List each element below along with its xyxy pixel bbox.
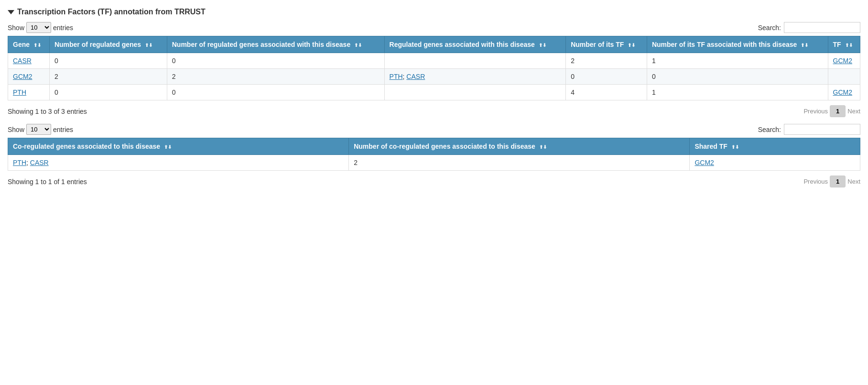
cell-gene-3: PTH: [8, 85, 50, 100]
cell-num-tf-disease-3: 1: [647, 85, 828, 100]
table2-next-label: Next: [847, 178, 860, 185]
coregulated-gene-link-pth[interactable]: PTH: [13, 159, 26, 166]
table1-next-label: Next: [847, 108, 860, 115]
regulated-gene-link-casr[interactable]: CASR: [406, 73, 425, 80]
cell-regulated-genes-disease-3: [384, 85, 566, 100]
entries-label-2: entries: [53, 126, 73, 133]
table2-search-input[interactable]: [784, 124, 860, 135]
gene-link-gcm2[interactable]: GCM2: [13, 73, 32, 80]
sort-icon-coregulated-genes[interactable]: ⬆⬇: [164, 144, 172, 150]
cell-num-tf-disease-2: 0: [647, 69, 828, 85]
cell-num-regulated-3: 0: [49, 85, 167, 100]
gene-link-pth[interactable]: PTH: [13, 88, 26, 96]
table2-page-1-btn[interactable]: 1: [830, 176, 846, 187]
table2-entries-select[interactable]: 10 25 50 100: [26, 124, 51, 135]
regulated-gene-link-pth[interactable]: PTH: [390, 73, 403, 80]
cell-shared-tf-1: GCM2: [690, 155, 860, 171]
col-tf[interactable]: TF ⬆⬇: [828, 36, 860, 53]
table1-page-1-btn[interactable]: 1: [830, 105, 846, 117]
col-num-tf[interactable]: Number of its TF ⬆⬇: [566, 36, 647, 53]
col-num-coregulated[interactable]: Number of co-regulated genes associated …: [349, 138, 690, 155]
table2-controls-top: Show 10 25 50 100 entries Search:: [8, 124, 860, 135]
table1-footer-text: Showing 1 to 3 of 3 entries: [8, 108, 87, 115]
sort-icon-num-tf-disease[interactable]: ⬆⬇: [801, 42, 808, 48]
table-row: GCM2 2 2 PTH; CASR 0 0: [8, 69, 860, 85]
section-title: Transcription Factors (TF) annotation fr…: [8, 8, 860, 16]
col-num-regulated-disease-label: Number of regulated genes associated wit…: [172, 41, 350, 48]
sort-icon-num-coregulated[interactable]: ⬆⬇: [539, 144, 547, 150]
cell-tf-3: GCM2: [828, 85, 860, 100]
col-num-tf-disease-label: Number of its TF associated with this di…: [652, 41, 797, 48]
table1-entries-select[interactable]: 10 25 50 100: [26, 22, 51, 33]
sort-icon-regulated-genes-disease[interactable]: ⬆⬇: [539, 42, 546, 48]
cell-num-regulated-disease-3: 0: [167, 85, 384, 100]
col-num-regulated[interactable]: Number of regulated genes ⬆⬇: [49, 36, 167, 53]
show-label-2: Show: [8, 126, 24, 133]
table2-footer-text: Showing 1 to 1 of 1 entries: [8, 178, 87, 186]
cell-regulated-genes-disease-2: PTH; CASR: [384, 69, 566, 85]
entries-label-1: entries: [53, 24, 73, 32]
col-num-coregulated-label: Number of co-regulated genes associated …: [354, 143, 535, 150]
coregulated-gene-link-casr[interactable]: CASR: [30, 159, 49, 166]
table2-footer: Showing 1 to 1 of 1 entries Previous 1 N…: [8, 176, 860, 187]
cell-num-tf-disease-1: 1: [647, 53, 828, 69]
cell-regulated-genes-disease-1: [384, 53, 566, 69]
table-row: PTH 0 0 4 1 GCM2: [8, 85, 860, 100]
col-shared-tf-label: Shared TF: [694, 143, 727, 150]
col-num-regulated-label: Number of regulated genes: [54, 41, 141, 48]
sort-icon-tf[interactable]: ⬆⬇: [845, 42, 853, 48]
cell-gene-1: CASR: [8, 53, 50, 69]
col-tf-label: TF: [833, 41, 841, 48]
sort-icon-gene[interactable]: ⬆⬇: [33, 42, 41, 48]
cell-num-tf-1: 2: [566, 53, 647, 69]
table1-search-input[interactable]: [784, 22, 860, 33]
table2-prev-label: Previous: [803, 178, 828, 185]
table-row: PTH; CASR 2 GCM2: [8, 155, 860, 171]
sort-icon-num-regulated[interactable]: ⬆⬇: [145, 42, 152, 48]
col-regulated-genes-disease-label: Regulated genes associated with this dis…: [390, 41, 535, 48]
table1-controls-top: Show 10 25 50 100 entries Search:: [8, 22, 860, 33]
col-num-regulated-disease[interactable]: Number of regulated genes associated wit…: [167, 36, 384, 53]
col-coregulated-genes-label: Co-regulated genes associated to this di…: [13, 143, 160, 150]
col-regulated-genes-disease[interactable]: Regulated genes associated with this dis…: [384, 36, 566, 53]
table1: Gene ⬆⬇ Number of regulated genes ⬆⬇ Num…: [8, 36, 860, 100]
table2-pagination: Previous 1 Next: [803, 176, 860, 187]
cell-tf-2: [828, 69, 860, 85]
table2-show-entries: Show 10 25 50 100 entries: [8, 124, 73, 135]
cell-num-regulated-1: 0: [49, 53, 167, 69]
gene-link-casr[interactable]: CASR: [13, 57, 32, 65]
tf-link-gcm2-1[interactable]: GCM2: [833, 57, 852, 65]
section-title-text: Transcription Factors (TF) annotation fr…: [17, 8, 206, 16]
table1-footer: Showing 1 to 3 of 3 entries Previous 1 N…: [8, 105, 860, 117]
table1-pagination: Previous 1 Next: [803, 105, 860, 117]
col-gene-label: Gene: [13, 41, 30, 48]
table-row: CASR 0 0 2 1 GCM2: [8, 53, 860, 69]
cell-num-coregulated-1: 2: [349, 155, 690, 171]
search-label-1: Search:: [758, 24, 781, 32]
show-label-1: Show: [8, 24, 24, 32]
cell-coregulated-genes-1: PTH; CASR: [8, 155, 349, 171]
sort-icon-num-regulated-disease[interactable]: ⬆⬇: [354, 42, 362, 48]
table2: Co-regulated genes associated to this di…: [8, 138, 860, 171]
shared-tf-link-gcm2[interactable]: GCM2: [694, 159, 714, 166]
cell-num-tf-3: 4: [566, 85, 647, 100]
table2-search-area: Search:: [758, 124, 860, 135]
cell-num-regulated-2: 2: [49, 69, 167, 85]
col-gene[interactable]: Gene ⬆⬇: [8, 36, 50, 53]
cell-gene-2: GCM2: [8, 69, 50, 85]
sort-icon-num-tf[interactable]: ⬆⬇: [628, 42, 635, 48]
col-num-tf-label: Number of its TF: [571, 41, 624, 48]
cell-num-tf-2: 0: [566, 69, 647, 85]
cell-num-regulated-disease-2: 2: [167, 69, 384, 85]
sort-icon-shared-tf[interactable]: ⬆⬇: [731, 144, 739, 150]
table1-search-area: Search:: [758, 22, 860, 33]
tf-link-gcm2-3[interactable]: GCM2: [833, 88, 852, 96]
table1-show-entries: Show 10 25 50 100 entries: [8, 22, 73, 33]
col-num-tf-disease[interactable]: Number of its TF associated with this di…: [647, 36, 828, 53]
search-label-2: Search:: [758, 126, 781, 133]
col-shared-tf[interactable]: Shared TF ⬆⬇: [690, 138, 860, 155]
cell-num-regulated-disease-1: 0: [167, 53, 384, 69]
col-coregulated-genes[interactable]: Co-regulated genes associated to this di…: [8, 138, 349, 155]
collapse-icon[interactable]: [8, 10, 14, 14]
cell-tf-1: GCM2: [828, 53, 860, 69]
